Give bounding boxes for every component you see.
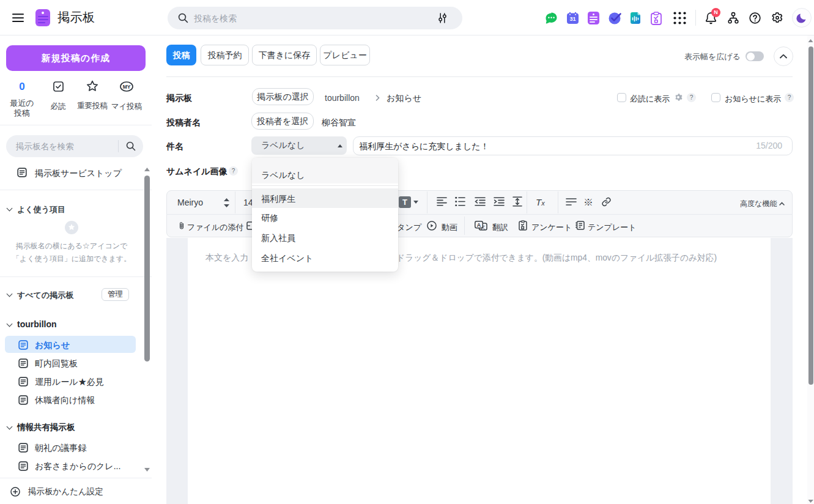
- svg-text:A: A: [477, 222, 481, 228]
- svg-text:MY: MY: [123, 84, 131, 90]
- svg-text:31: 31: [569, 16, 575, 22]
